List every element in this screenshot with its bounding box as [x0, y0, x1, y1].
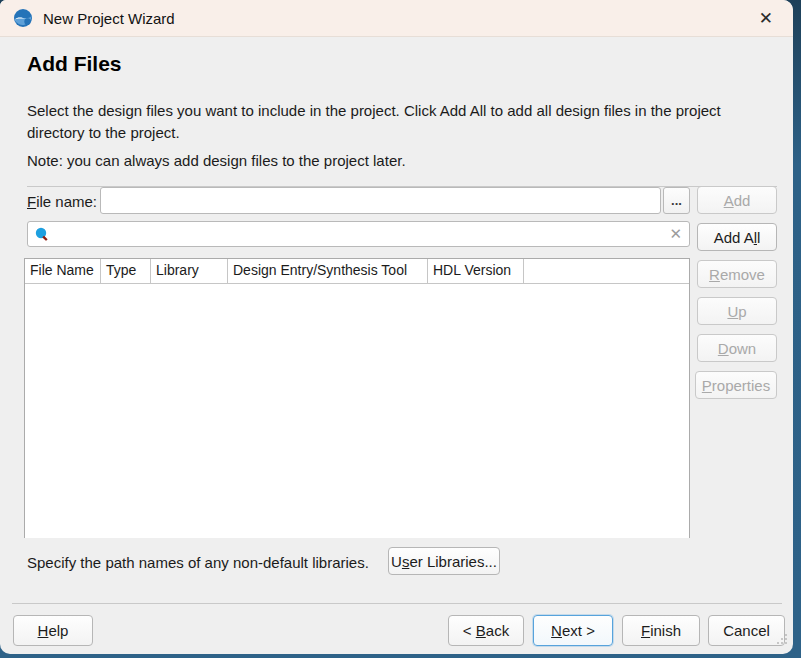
page-title: Add Files [27, 52, 122, 76]
column-header-design-entry-tool[interactable]: Design Entry/Synthesis Tool [228, 259, 428, 283]
page-description: Select the design files you want to incl… [27, 100, 721, 144]
search-icon [35, 227, 50, 242]
next-button[interactable]: Next > [533, 615, 613, 646]
quartus-logo-icon [13, 8, 33, 28]
table-body-empty[interactable] [25, 284, 689, 538]
note-text: Note: you can always add design files to… [27, 152, 406, 169]
cancel-button[interactable]: Cancel [708, 615, 785, 646]
column-header-type[interactable]: Type [101, 259, 151, 283]
files-table[interactable]: File Name Type Library Design Entry/Synt… [24, 258, 690, 538]
file-name-label: File name: [27, 193, 97, 210]
finish-button[interactable]: Finish [622, 615, 700, 646]
clear-search-icon[interactable]: ✕ [669, 225, 682, 243]
add-button[interactable]: Add [697, 186, 777, 214]
window-title: New Project Wizard [43, 10, 175, 27]
user-libraries-button[interactable]: User Libraries... [388, 547, 500, 575]
filter-search-field[interactable]: ✕ [27, 221, 690, 247]
titlebar[interactable]: New Project Wizard ✕ [0, 0, 793, 37]
close-icon[interactable]: ✕ [753, 8, 779, 29]
file-name-input[interactable] [100, 187, 661, 214]
help-button[interactable]: Help [13, 615, 93, 646]
libraries-instruction-text: Specify the path names of any non-defaul… [27, 554, 369, 571]
back-button[interactable]: < Back [448, 615, 524, 646]
column-header-library[interactable]: Library [151, 259, 228, 283]
description-line-2: directory to the project. [27, 122, 721, 144]
separator-bottom [12, 603, 782, 604]
search-input[interactable] [56, 226, 663, 243]
column-header-hdl-version[interactable]: HDL Version [428, 259, 524, 283]
description-line-1: Select the design files you want to incl… [27, 100, 721, 122]
down-button[interactable]: Down [697, 334, 777, 362]
column-header-file-name[interactable]: File Name [25, 259, 101, 283]
up-button[interactable]: Up [697, 297, 777, 325]
new-project-wizard-dialog: New Project Wizard ✕ Add Files Select th… [0, 0, 793, 654]
add-all-button[interactable]: Add All [697, 223, 777, 251]
remove-button[interactable]: Remove [697, 260, 777, 288]
properties-button[interactable]: Properties [695, 371, 777, 399]
desktop-background: { "window": { "title": "New Project Wiza… [0, 0, 801, 658]
table-header-row: File Name Type Library Design Entry/Synt… [25, 259, 689, 284]
resize-grip[interactable] [776, 631, 788, 649]
browse-button[interactable]: ... [663, 187, 690, 214]
